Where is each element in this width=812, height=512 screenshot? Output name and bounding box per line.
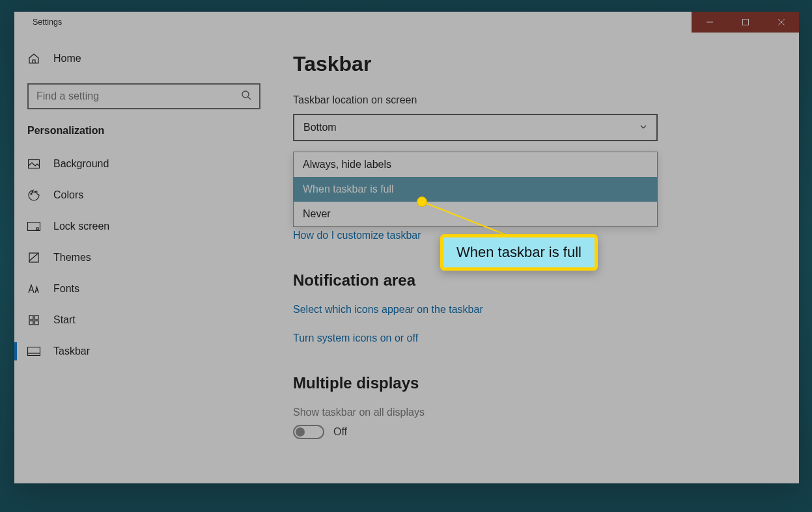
page-title: Taskbar [293, 52, 773, 76]
combine-option-never[interactable]: Never [294, 202, 657, 226]
taskbar-icon [27, 345, 40, 358]
sidebar-item-label: Taskbar [53, 345, 90, 357]
combine-option-always[interactable]: Always, hide labels [294, 152, 657, 177]
svg-rect-11 [36, 228, 38, 230]
search-box[interactable] [27, 83, 260, 109]
sidebar-item-label: Start [53, 314, 76, 326]
sidebar-item-label: Colors [53, 189, 83, 201]
callout-text: When taskbar is full [456, 244, 581, 260]
themes-icon [27, 251, 40, 264]
maximize-button[interactable] [727, 12, 763, 33]
sidebar-item-label: Lock screen [53, 221, 109, 232]
location-label: Taskbar location on screen [293, 94, 773, 106]
location-dropdown[interactable]: Bottom [293, 114, 658, 141]
svg-rect-16 [35, 321, 38, 325]
sidebar-category: Personalization [14, 125, 273, 148]
toggle-state: Off [333, 426, 347, 438]
sidebar-item-taskbar[interactable]: Taskbar [14, 336, 273, 367]
svg-point-9 [35, 191, 36, 193]
close-button[interactable] [763, 12, 799, 33]
svg-rect-17 [28, 347, 40, 356]
search-icon [241, 90, 251, 103]
home-icon [27, 52, 40, 65]
sidebar-item-label: Themes [53, 252, 91, 263]
notification-area-heading: Notification area [293, 271, 773, 290]
svg-rect-1 [742, 20, 748, 25]
combine-dropdown[interactable]: Always, hide labels When taskbar is full… [293, 152, 658, 227]
palette-icon [27, 189, 40, 202]
svg-rect-14 [35, 316, 38, 319]
window-controls [692, 12, 799, 33]
location-value: Bottom [303, 122, 337, 133]
show-taskbar-all-toggle[interactable] [293, 425, 324, 439]
sidebar-item-themes[interactable]: Themes [14, 242, 273, 273]
select-icons-link[interactable]: Select which icons appear on the taskbar [293, 304, 773, 316]
chevron-down-icon [639, 122, 647, 133]
sidebar-item-background[interactable]: Background [14, 148, 273, 180]
window-title: Settings [14, 18, 62, 27]
svg-rect-15 [29, 321, 33, 325]
fonts-icon [27, 282, 40, 295]
sidebar-item-lock-screen[interactable]: Lock screen [14, 211, 273, 242]
svg-line-5 [248, 97, 251, 100]
sidebar-item-colors[interactable]: Colors [14, 180, 273, 211]
home-nav[interactable]: Home [14, 46, 273, 72]
callout-box: When taskbar is full [440, 234, 598, 271]
svg-point-7 [31, 193, 32, 195]
settings-window: Settings Home [14, 12, 799, 483]
combine-option-when-full[interactable]: When taskbar is full [294, 177, 657, 202]
sidebar-item-label: Fonts [53, 283, 79, 295]
toggle-knob [296, 427, 305, 437]
sidebar: Home Personalization [14, 33, 273, 483]
show-taskbar-all-label: Show taskbar on all displays [293, 407, 773, 418]
picture-icon [27, 157, 40, 170]
sidebar-item-start[interactable]: Start [14, 304, 273, 336]
sidebar-item-fonts[interactable]: Fonts [14, 273, 273, 304]
system-icons-link[interactable]: Turn system icons on or off [293, 332, 773, 344]
svg-point-8 [32, 191, 33, 193]
home-label: Home [53, 53, 81, 64]
lockscreen-icon [27, 220, 40, 233]
minimize-button[interactable] [692, 12, 727, 33]
multiple-displays-heading: Multiple displays [293, 374, 773, 392]
svg-point-4 [242, 91, 249, 98]
svg-rect-13 [29, 316, 33, 319]
search-input[interactable] [36, 90, 241, 102]
titlebar: Settings [14, 12, 799, 33]
start-icon [27, 314, 40, 327]
sidebar-item-label: Background [53, 158, 109, 170]
